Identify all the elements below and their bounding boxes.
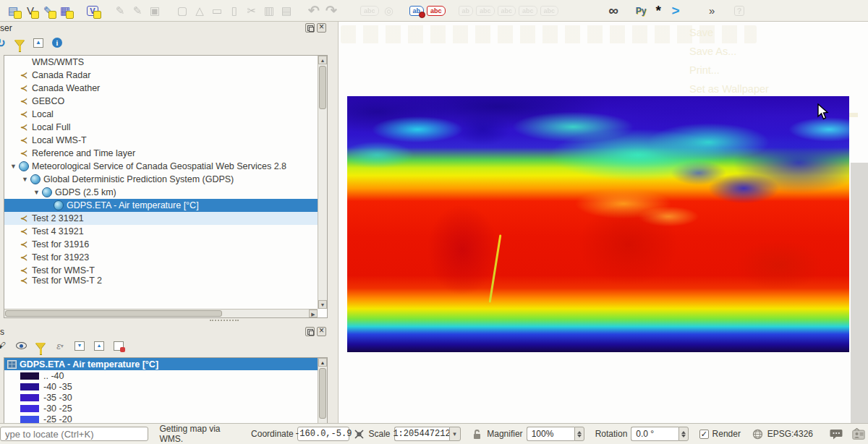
scroll-down-icon[interactable]: ▼ bbox=[318, 300, 327, 309]
lock-scale-icon[interactable] bbox=[472, 427, 484, 440]
scroll-up-icon[interactable]: ▲ bbox=[318, 358, 327, 367]
data-source-manager-icon[interactable]: ▤ bbox=[4, 2, 22, 20]
delete-selected-icon[interactable]: ▯ bbox=[226, 2, 243, 20]
messages-log-icon[interactable] bbox=[830, 427, 843, 440]
expand-arrow-icon[interactable]: ▼ bbox=[20, 176, 30, 183]
map-canvas[interactable]: Save Save As... Print... Set as Wallpape… bbox=[338, 22, 868, 423]
tree-item[interactable]: Local Full bbox=[4, 121, 327, 134]
show-bookmarks-icon[interactable] bbox=[587, 2, 605, 20]
filter-browser-icon[interactable] bbox=[13, 36, 26, 49]
layer-diagram-icon[interactable]: abc bbox=[425, 2, 447, 20]
properties-info-icon[interactable]: i bbox=[51, 36, 64, 49]
scale-combo[interactable]: 1:205447212 bbox=[394, 427, 461, 441]
panel-splitter[interactable] bbox=[0, 316, 329, 326]
scale-dropdown-icon[interactable] bbox=[449, 427, 461, 441]
rotate-label-ghost-icon[interactable]: abc bbox=[517, 2, 539, 20]
refresh-icon[interactable]: ↻ bbox=[0, 36, 7, 49]
tree-item[interactable]: Test for WMS-T 2 bbox=[4, 277, 327, 284]
paste-features-icon[interactable]: ▤ bbox=[278, 2, 295, 20]
redo-icon[interactable]: ↷ bbox=[323, 2, 340, 20]
temporal-controller-icon[interactable]: ∞ bbox=[605, 2, 622, 20]
python-console-icon[interactable]: Py bbox=[632, 2, 650, 20]
new-spatial-bookmark-icon[interactable] bbox=[570, 2, 587, 20]
expression-filter-icon[interactable]: ε bbox=[54, 339, 67, 352]
tree-item[interactable]: Test for 31923 bbox=[4, 251, 327, 264]
new-virtual-layer-icon[interactable]: V bbox=[84, 2, 101, 20]
change-label-ghost-icon[interactable]: abc bbox=[539, 2, 561, 20]
layer-labeling-icon[interactable]: ab bbox=[408, 2, 426, 20]
tree-item[interactable]: WMS/WMTS bbox=[4, 56, 327, 69]
cut-features-icon[interactable]: ✂ bbox=[243, 2, 260, 20]
rotation-spinner-icons[interactable] bbox=[678, 427, 689, 441]
layer-styling-icon[interactable]: 🖌 bbox=[0, 339, 8, 352]
locator-input[interactable] bbox=[0, 427, 148, 441]
tree-item[interactable]: GDPS.ETA - Air temperature [°C] bbox=[4, 199, 327, 212]
new-spatialite-layer-icon[interactable]: ▦ bbox=[56, 2, 74, 20]
rotation-value[interactable]: 0.0 ° bbox=[631, 427, 678, 441]
tree-item[interactable]: Test 2 31921 bbox=[4, 212, 327, 225]
tree-item[interactable]: ▼ GDPS (2.5 km) bbox=[4, 186, 327, 199]
legend-item[interactable]: -40 -35 bbox=[4, 381, 327, 392]
tree-item[interactable]: Test for 31916 bbox=[4, 238, 327, 251]
toolbar-overflow-icon[interactable]: » bbox=[703, 2, 720, 20]
undo-icon[interactable]: ↶ bbox=[305, 2, 323, 20]
legend-item[interactable]: -35 -30 bbox=[4, 392, 327, 403]
expand-all-icon[interactable] bbox=[73, 339, 86, 352]
crs-globe-icon[interactable] bbox=[752, 427, 764, 440]
epsg-label[interactable]: EPSG:4326 bbox=[767, 429, 813, 439]
copy-features-icon[interactable]: ▥ bbox=[260, 2, 278, 20]
layers-vertical-scrollbar[interactable]: ▲ bbox=[318, 358, 327, 423]
tree-item[interactable]: Test 4 31921 bbox=[4, 225, 327, 238]
legend-item[interactable]: -25 -20 bbox=[4, 414, 327, 423]
add-feature-icon[interactable]: ▢ bbox=[174, 2, 191, 20]
tree-item[interactable]: Local WMS-T bbox=[4, 134, 327, 147]
coordinate-input[interactable]: -160.0,-5.9 bbox=[297, 427, 349, 441]
highlight-labels-ghost-icon[interactable]: abc bbox=[475, 2, 496, 20]
filter-legend-icon[interactable] bbox=[34, 339, 47, 352]
collapse-all-icon[interactable] bbox=[32, 36, 45, 49]
help-ghost-icon[interactable]: ? bbox=[731, 2, 748, 20]
identify-ghost-icon[interactable]: abc bbox=[359, 2, 380, 20]
plugin-arrow-icon[interactable]: > bbox=[667, 2, 684, 20]
tree-item[interactable]: Canada Radar bbox=[4, 69, 327, 82]
layers-close-button[interactable] bbox=[317, 327, 326, 336]
tree-item[interactable]: Test for WMS-T bbox=[4, 264, 327, 277]
vertex-tool-icon[interactable]: △ bbox=[191, 2, 208, 20]
browser-vertical-scrollbar[interactable]: ▲ ▼ bbox=[318, 56, 327, 309]
tree-item[interactable]: GEBCO bbox=[4, 95, 327, 108]
temperature-raster-map[interactable] bbox=[347, 96, 849, 352]
new-geopackage-layer-icon[interactable]: V bbox=[22, 2, 39, 20]
tree-item[interactable]: Reference and Time layer bbox=[4, 147, 327, 160]
tree-item[interactable]: Canada Weather bbox=[4, 82, 327, 95]
layer-item-gdps-eta[interactable]: GDPS.ETA - Air temperature [°C] bbox=[4, 358, 327, 370]
extents-icon[interactable] bbox=[353, 427, 365, 440]
rotation-spinbox[interactable]: 0.0 ° bbox=[631, 427, 689, 441]
move-label-ghost-icon[interactable]: abc bbox=[496, 2, 518, 20]
layers-float-button[interactable] bbox=[305, 327, 315, 336]
scale-value[interactable]: 1:205447212 bbox=[394, 427, 449, 441]
expand-arrow-icon[interactable]: ▼ bbox=[32, 189, 41, 196]
visibility-icon[interactable] bbox=[14, 339, 27, 352]
magnifier-spinner-icons[interactable] bbox=[574, 427, 584, 441]
pin-labels-ghost-icon[interactable]: ab bbox=[457, 2, 475, 20]
modify-attributes-icon[interactable]: ▭ bbox=[208, 2, 226, 20]
remove-layer-icon[interactable] bbox=[112, 339, 125, 352]
save-layer-edits-icon[interactable]: ▣ bbox=[146, 2, 163, 20]
legend-item[interactable]: .. -40 bbox=[4, 370, 327, 381]
toggle-editing-icon[interactable]: ✎ bbox=[129, 2, 146, 20]
browser-close-button[interactable] bbox=[317, 23, 326, 33]
current-edits-icon[interactable]: ✎ bbox=[111, 2, 129, 20]
legend-item[interactable]: -30 -25 bbox=[4, 403, 327, 414]
collapse-all-layers-icon[interactable] bbox=[93, 339, 106, 352]
magnifier-spinbox[interactable]: 100% bbox=[527, 427, 584, 441]
expand-arrow-icon[interactable]: ▼ bbox=[9, 163, 18, 170]
magnifier-value[interactable]: 100% bbox=[527, 427, 574, 441]
new-shapefile-layer-icon[interactable]: ✎ bbox=[39, 2, 56, 20]
tree-item[interactable]: ▼ Meteorological Service of Canada Geosp… bbox=[4, 160, 327, 173]
tree-item[interactable]: ▼ Global Deterministic Prediction System… bbox=[4, 173, 327, 186]
tree-item[interactable]: Local bbox=[4, 108, 327, 121]
actions-ghost-icon[interactable]: ◎ bbox=[380, 2, 398, 20]
render-checkbox[interactable]: ✓ bbox=[699, 430, 708, 439]
news-feed-icon[interactable] bbox=[852, 427, 865, 440]
scroll-up-icon[interactable]: ▲ bbox=[318, 56, 327, 64]
